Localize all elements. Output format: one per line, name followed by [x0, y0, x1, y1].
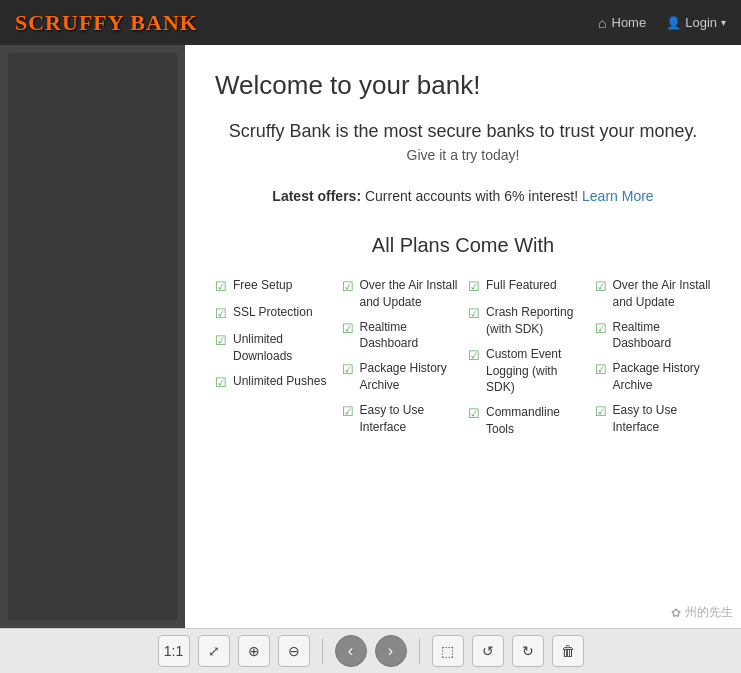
- login-link[interactable]: Login: [666, 15, 726, 30]
- feature-col-4: ☑ Over the Air Install and Update ☑ Real…: [595, 277, 712, 438]
- list-item: ☑ Custom Event Logging (with SDK): [468, 346, 585, 396]
- check-icon: ☑: [468, 305, 480, 323]
- feature-text: Over the Air Install and Update: [360, 277, 459, 311]
- sidebar-inner: [8, 53, 177, 620]
- feature-text: Over the Air Install and Update: [613, 277, 712, 311]
- check-icon: ☑: [215, 374, 227, 392]
- feature-text: Full Featured: [486, 277, 557, 294]
- check-icon: ☑: [215, 278, 227, 296]
- feature-text: Unlimited Downloads: [233, 331, 332, 365]
- list-item: ☑ Full Featured: [468, 277, 585, 296]
- learn-more-link[interactable]: Learn More: [582, 188, 654, 204]
- prev-button[interactable]: ‹: [335, 635, 367, 667]
- feature-text: Unlimited Pushes: [233, 373, 326, 390]
- list-item: ☑ Package History Archive: [595, 360, 712, 394]
- feature-text: Package History Archive: [360, 360, 459, 394]
- main-content: Welcome to your bank! Scruffy Bank is th…: [185, 45, 741, 628]
- check-icon: ☑: [342, 403, 354, 421]
- features-grid: ☑ Free Setup ☑ SSL Protection ☑ Unlimite…: [215, 277, 711, 438]
- list-item: ☑ Package History Archive: [342, 360, 459, 394]
- redo-icon: ↻: [522, 643, 534, 659]
- check-icon: ☑: [595, 278, 607, 296]
- feature-text: Custom Event Logging (with SDK): [486, 346, 585, 396]
- top-navbar: SCRUFFY BANK Home Login: [0, 0, 741, 45]
- list-item: ☑ SSL Protection: [215, 304, 332, 323]
- monitor-button[interactable]: ⬚: [432, 635, 464, 667]
- list-item: ☑ Over the Air Install and Update: [342, 277, 459, 311]
- list-item: ☑ Realtime Dashboard: [342, 319, 459, 353]
- undo-icon: ↺: [482, 643, 494, 659]
- latest-offers: Latest offers: Current accounts with 6% …: [215, 188, 711, 204]
- feature-col-3: ☑ Full Featured ☑ Crash Reporting (with …: [468, 277, 585, 438]
- check-icon: ☑: [215, 305, 227, 323]
- feature-text: Easy to Use Interface: [360, 402, 459, 436]
- feature-text: SSL Protection: [233, 304, 313, 321]
- sub-tagline: Give it a try today!: [215, 147, 711, 163]
- check-icon: ☑: [342, 278, 354, 296]
- watermark: ✿ 州的先生: [671, 604, 733, 621]
- feature-text: Realtime Dashboard: [360, 319, 459, 353]
- next-icon: ›: [388, 642, 393, 660]
- check-icon: ☑: [468, 405, 480, 423]
- list-item: ☑ Unlimited Downloads: [215, 331, 332, 365]
- undo-button[interactable]: ↺: [472, 635, 504, 667]
- monitor-icon: ⬚: [441, 643, 454, 659]
- welcome-title: Welcome to your bank!: [215, 70, 711, 101]
- nav-links: Home Login: [598, 15, 726, 31]
- next-button[interactable]: ›: [375, 635, 407, 667]
- feature-text: Package History Archive: [613, 360, 712, 394]
- zoom-in-icon: ⊕: [248, 643, 260, 659]
- ratio-button[interactable]: 1:1: [158, 635, 190, 667]
- zoom-in-button[interactable]: ⊕: [238, 635, 270, 667]
- crop-button[interactable]: ⤢: [198, 635, 230, 667]
- check-icon: ☑: [595, 403, 607, 421]
- feature-col-1: ☑ Free Setup ☑ SSL Protection ☑ Unlimite…: [215, 277, 332, 438]
- list-item: ☑ Unlimited Pushes: [215, 373, 332, 392]
- check-icon: ☑: [215, 332, 227, 350]
- check-icon: ☑: [468, 278, 480, 296]
- sidebar: [0, 45, 185, 628]
- check-icon: ☑: [342, 361, 354, 379]
- logo: SCRUFFY BANK: [15, 10, 198, 36]
- feature-text: Free Setup: [233, 277, 292, 294]
- feature-text: Realtime Dashboard: [613, 319, 712, 353]
- prev-icon: ‹: [348, 642, 353, 660]
- feature-text: Easy to Use Interface: [613, 402, 712, 436]
- toolbar-divider-1: [322, 639, 323, 664]
- watermark-text: 州的先生: [685, 604, 733, 621]
- list-item: ☑ Over the Air Install and Update: [595, 277, 712, 311]
- feature-text: Commandline Tools: [486, 404, 585, 438]
- feature-text: Crash Reporting (with SDK): [486, 304, 585, 338]
- zoom-out-button[interactable]: ⊖: [278, 635, 310, 667]
- redo-button[interactable]: ↻: [512, 635, 544, 667]
- list-item: ☑ Commandline Tools: [468, 404, 585, 438]
- main-layout: Welcome to your bank! Scruffy Bank is th…: [0, 45, 741, 628]
- zoom-out-icon: ⊖: [288, 643, 300, 659]
- check-icon: ☑: [468, 347, 480, 365]
- list-item: ☑ Crash Reporting (with SDK): [468, 304, 585, 338]
- list-item: ☑ Realtime Dashboard: [595, 319, 712, 353]
- list-item: ☑ Easy to Use Interface: [342, 402, 459, 436]
- latest-offers-text: Current accounts with 6% interest!: [365, 188, 578, 204]
- watermark-icon: ✿: [671, 606, 681, 620]
- list-item: ☑ Easy to Use Interface: [595, 402, 712, 436]
- bottom-toolbar: 1:1 ⤢ ⊕ ⊖ ‹ › ⬚ ↺ ↻ 🗑: [0, 628, 741, 673]
- delete-button[interactable]: 🗑: [552, 635, 584, 667]
- crop-icon: ⤢: [208, 643, 220, 659]
- home-link[interactable]: Home: [598, 15, 646, 31]
- ratio-icon: 1:1: [164, 643, 183, 659]
- feature-col-2: ☑ Over the Air Install and Update ☑ Real…: [342, 277, 459, 438]
- plans-title: All Plans Come With: [215, 234, 711, 257]
- delete-icon: 🗑: [561, 643, 575, 659]
- tagline: Scruffy Bank is the most secure banks to…: [215, 121, 711, 142]
- toolbar-divider-2: [419, 639, 420, 664]
- latest-offers-label: Latest offers:: [272, 188, 361, 204]
- check-icon: ☑: [342, 320, 354, 338]
- check-icon: ☑: [595, 320, 607, 338]
- list-item: ☑ Free Setup: [215, 277, 332, 296]
- check-icon: ☑: [595, 361, 607, 379]
